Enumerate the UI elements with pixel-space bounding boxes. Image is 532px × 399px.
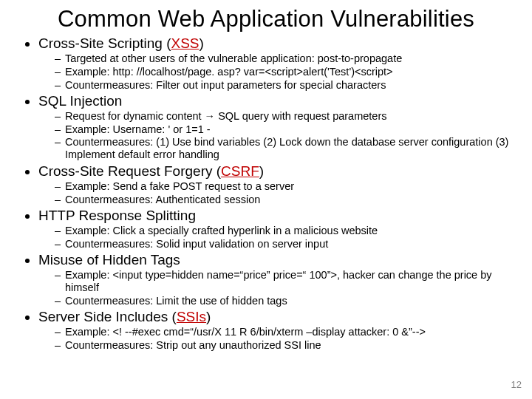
sub-list: Example: <! --#exec cmd=“/usr/X 11 R 6/b…	[38, 326, 516, 352]
vuln-heading-before: Server Side Includes (	[38, 309, 177, 324]
sub-item: Countermeasures: Limit the use of hidden…	[55, 295, 516, 307]
page-number: 12	[511, 379, 522, 390]
vuln-acronym: XSS	[171, 35, 200, 51]
sub-list: Targeted at other users of the vulnerabl…	[38, 52, 516, 91]
vuln-heading-before: Cross-Site Request Forgery (	[38, 163, 221, 179]
vuln-acronym: CSRF	[221, 163, 259, 179]
vuln-heading-before: Cross-Site Scripting (	[38, 35, 171, 51]
sub-list: Example: <input type=hidden name=“price”…	[38, 269, 516, 307]
sub-item: Countermeasures: (1) Use bind variables …	[55, 136, 516, 161]
vuln-heading-before: SQL Injection	[38, 93, 122, 109]
vuln-acronym: SSIs	[177, 309, 206, 324]
vuln-item: Server Side Includes (SSIs) Example: <! …	[38, 309, 516, 352]
vuln-list: Cross-Site Scripting (XSS) Targeted at o…	[16, 35, 516, 352]
sub-item: Example: <! --#exec cmd=“/usr/X 11 R 6/b…	[55, 326, 516, 338]
vuln-item: Cross-Site Scripting (XSS) Targeted at o…	[38, 35, 516, 92]
sub-item: Example: Username: ' or 1=1 -	[55, 123, 516, 136]
vuln-item: HTTP Response Splitting Example: Click a…	[38, 208, 516, 250]
slide: Common Web Application Vulnerabilities C…	[0, 0, 532, 399]
sub-item: Example: <input type=hidden name=“price”…	[55, 269, 516, 294]
sub-list: Request for dynamic content → SQL query …	[38, 110, 516, 161]
sub-item: Example: Click a specially crafted hyper…	[55, 225, 516, 237]
vuln-heading-after: )	[206, 309, 211, 324]
vuln-heading-before: HTTP Response Splitting	[38, 208, 196, 223]
sub-item: Targeted at other users of the vulnerabl…	[55, 52, 516, 65]
vuln-heading-after: )	[200, 35, 204, 51]
sub-item: Countermeasures: Authenticated session	[55, 194, 516, 206]
sub-list: Example: Click a specially crafted hyper…	[38, 225, 516, 250]
sub-item: Example: http: //localhost/page. asp? va…	[55, 66, 516, 78]
slide-title: Common Web Application Vulnerabilities	[16, 6, 516, 33]
sub-item: Countermeasures: Strip out any unauthori…	[55, 339, 516, 352]
sub-item: Countermeasures: Solid input validation …	[55, 238, 516, 250]
sub-item: Request for dynamic content → SQL query …	[55, 110, 516, 123]
vuln-item: Cross-Site Request Forgery (CSRF) Exampl…	[38, 163, 516, 206]
sub-item: Countermeasures: Filter out input parame…	[55, 79, 516, 92]
sub-list: Example: Send a fake POST request to a s…	[38, 180, 516, 206]
sub-item: Example: Send a fake POST request to a s…	[55, 180, 516, 193]
vuln-heading-after: )	[259, 163, 264, 179]
vuln-item: SQL Injection Request for dynamic conten…	[38, 93, 516, 162]
vuln-heading-before: Misuse of Hidden Tags	[38, 252, 180, 267]
vuln-item: Misuse of Hidden Tags Example: <input ty…	[38, 252, 516, 307]
